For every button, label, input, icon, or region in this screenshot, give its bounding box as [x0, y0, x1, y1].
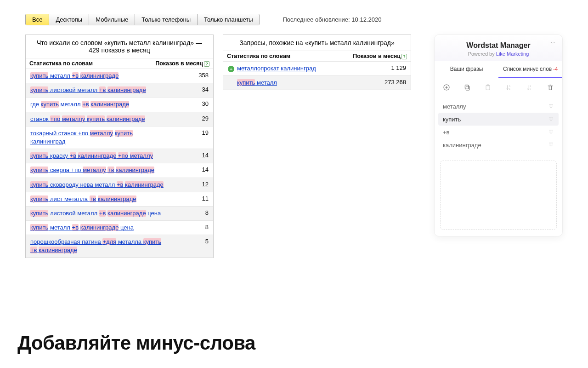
- widget-subtitle: Powered by Like Marketing: [439, 51, 558, 57]
- impressions-count: 273 268: [384, 79, 406, 86]
- device-tab-0[interactable]: Все: [26, 14, 49, 25]
- query-link[interactable]: купить металл +в калининграде цена: [30, 224, 134, 232]
- tab-your-phrases[interactable]: Ваши фразы: [435, 61, 498, 78]
- impressions-count: 29: [202, 115, 209, 122]
- panel-header-row: Статистика по словам Показов в месяц?: [26, 58, 213, 69]
- paste-icon[interactable]: [483, 84, 492, 92]
- delete-word-icon[interactable]: [548, 115, 554, 123]
- device-tab-2[interactable]: Мобильные: [89, 14, 135, 25]
- impressions-count: 11: [202, 195, 209, 202]
- sort-num-icon[interactable]: 19: [525, 84, 534, 92]
- sort-az-icon[interactable]: AZ: [504, 84, 514, 92]
- svg-rect-4: [465, 85, 469, 89]
- powered-by-link[interactable]: Like Marketing: [496, 51, 529, 57]
- panel-header-row: Статистика по словам Показов в месяц?: [223, 51, 411, 61]
- help-icon[interactable]: ?: [401, 54, 407, 59]
- device-tab-1[interactable]: Десктопы: [49, 14, 89, 25]
- minus-word-text: купить: [443, 116, 461, 123]
- svg-text:A: A: [509, 85, 511, 87]
- minus-word-item[interactable]: калининграде: [438, 138, 559, 151]
- col-count: Показов в месяц?: [155, 60, 209, 67]
- last-update-label: Последнее обновление: 10.12.2020: [283, 16, 381, 23]
- table-row: +металлопрокат калининград1 129: [223, 61, 411, 75]
- table-row: станок +по металлу купить калининграде29: [26, 112, 213, 126]
- query-link[interactable]: купить металл: [237, 79, 277, 86]
- impressions-count: 14: [202, 166, 209, 173]
- wordstat-manager-widget: ﹀ Wordstat Manager Powered by Like Marke…: [434, 34, 563, 236]
- svg-text:1: 1: [530, 85, 531, 87]
- table-row: порошкообразная патина +для металла купи…: [26, 235, 213, 257]
- svg-rect-3: [466, 86, 469, 90]
- impressions-count: 358: [198, 72, 209, 79]
- widget-toolbar: AZ 19: [435, 78, 562, 98]
- device-tab-4[interactable]: Только планшеты: [197, 14, 259, 25]
- panel-title: Запросы, похожие на «купить металл калин…: [223, 35, 411, 51]
- table-row: токарный станок +по металлу купить калин…: [26, 126, 213, 149]
- device-tab-3[interactable]: Только телефоны: [135, 14, 197, 25]
- impressions-count: 1 129: [391, 64, 406, 71]
- query-link[interactable]: металлопрокат калининград: [237, 65, 316, 72]
- minus-word-text: +в: [443, 129, 450, 136]
- query-link[interactable]: купить лист металла +в калининграде: [30, 195, 136, 203]
- help-icon[interactable]: ?: [204, 61, 209, 67]
- minus-word-item[interactable]: +в: [438, 126, 559, 138]
- searched-with-panel: Что искали со словом «купить металл кали…: [25, 34, 214, 258]
- impressions-count: 14: [202, 152, 209, 159]
- table-row: где купить металл +в калининграде30: [26, 97, 213, 111]
- col-words: Статистика по словам: [29, 60, 93, 67]
- table-row: купить сковороду нева металл +в калининг…: [26, 178, 213, 192]
- table-row: купить металл273 268: [223, 75, 411, 90]
- query-link[interactable]: купить краску +в калининграде +по металл…: [30, 152, 153, 160]
- copy-icon[interactable]: [463, 84, 472, 92]
- table-row: купить листовой металл +в калининграде ц…: [26, 206, 213, 220]
- add-icon[interactable]: [442, 84, 451, 92]
- query-link[interactable]: где купить металл +в калининграде: [30, 100, 129, 109]
- device-tabs: ВсеДесктопыМобильныеТолько телефоныТольк…: [25, 14, 260, 25]
- query-link[interactable]: купить листовой металл +в калининграде ц…: [30, 209, 161, 218]
- impressions-count: 30: [202, 100, 209, 107]
- table-row: купить краску +в калининграде +по металл…: [26, 149, 213, 163]
- table-row: купить сверла +по металлу +в калининград…: [26, 163, 213, 177]
- col-words: Статистика по словам: [227, 53, 290, 59]
- impressions-count: 8: [205, 224, 209, 230]
- delete-word-icon[interactable]: [548, 103, 554, 110]
- query-link[interactable]: токарный станок +по металлу купить калин…: [30, 129, 164, 146]
- col-count: Показов в месяц?: [353, 53, 407, 59]
- drop-zone[interactable]: [440, 161, 557, 230]
- add-phrase-icon[interactable]: +: [228, 66, 234, 72]
- svg-text:Z: Z: [509, 88, 510, 90]
- widget-title: Wordstat Manager: [439, 41, 558, 50]
- impressions-count: 34: [202, 86, 209, 93]
- delete-word-icon[interactable]: [548, 141, 554, 149]
- query-link[interactable]: купить металл +в калининграде: [30, 72, 119, 80]
- delete-word-icon[interactable]: [548, 128, 554, 136]
- query-link[interactable]: купить сверла +по металлу +в калининград…: [30, 166, 154, 174]
- table-row: купить лист металла +в калининграде11: [26, 192, 213, 206]
- panel-title: Что искали со словом «купить металл кали…: [26, 35, 213, 58]
- similar-queries-panel: Запросы, похожие на «купить металл калин…: [223, 34, 411, 90]
- table-row: купить металл +в калининграде358: [26, 69, 213, 83]
- tab-minus-words[interactable]: Список минус слов-4: [498, 61, 562, 78]
- query-link[interactable]: купить листовой металл +в калининграде: [30, 86, 146, 94]
- minus-count-badge: -4: [553, 66, 558, 72]
- chevron-down-icon[interactable]: ﹀: [550, 40, 556, 47]
- impressions-count: 8: [205, 209, 209, 216]
- query-link[interactable]: порошкообразная патина +для металла купи…: [30, 238, 164, 254]
- svg-text:9: 9: [530, 88, 531, 90]
- table-row: купить листовой металл +в калининграде34: [26, 83, 213, 97]
- impressions-count: 19: [202, 129, 209, 136]
- query-link[interactable]: станок +по металлу купить калининграде: [30, 115, 145, 123]
- promo-caption: Добавляйте минус-слова: [17, 332, 255, 354]
- minus-word-text: металлу: [443, 103, 466, 110]
- delete-all-icon[interactable]: [546, 84, 555, 92]
- minus-word-text: калининграде: [443, 142, 481, 149]
- minus-word-item[interactable]: металлу: [438, 100, 559, 113]
- minus-word-item[interactable]: купить: [438, 113, 559, 126]
- query-link[interactable]: купить сковороду нева металл +в калининг…: [30, 181, 164, 189]
- table-row: купить металл +в калининграде цена8: [26, 220, 213, 235]
- impressions-count: 12: [202, 181, 209, 188]
- impressions-count: 5: [205, 238, 209, 245]
